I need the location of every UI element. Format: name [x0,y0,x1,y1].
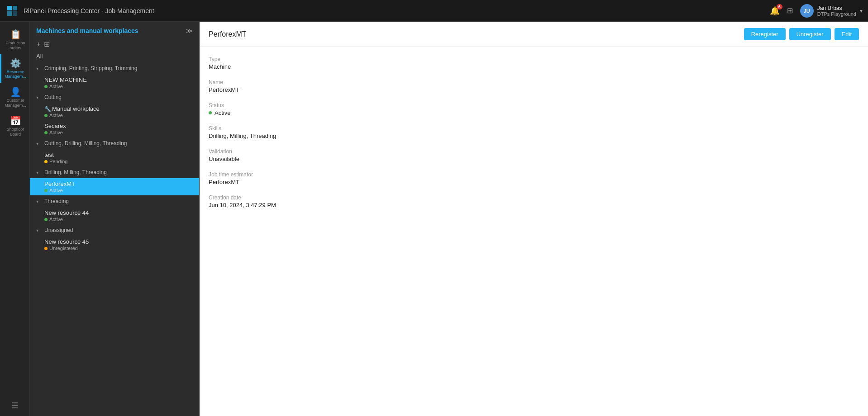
production-orders-label: Production orders [3,41,28,51]
main-layout: 📋 Production orders ⚙️ Resource Managem.… [0,22,868,416]
active-status-dot [44,131,48,134]
field-job-time-estimator: Job time estimator PerforexMT [209,171,859,185]
chevron-down-icon: ▾ [36,141,42,146]
sidebar: Machines and manual workplaces ≫ + ⊞ All… [30,22,200,416]
app-logo [5,4,19,18]
tree-item-name: New resource 45 [44,238,193,245]
chevron-down-icon: ▾ [36,228,42,233]
sidebar-item-resource-management[interactable]: ⚙️ Resource Managem... [0,54,29,83]
tree-item-name: NEW MACHINE [44,76,193,83]
sidebar-toolbar: + ⊞ [30,38,199,52]
tree-group-cutting[interactable]: ▾ Cutting [30,91,199,103]
tree-item-name: Secarex [44,123,193,129]
tree-item-name: New resource 44 [44,209,193,216]
user-org: DTPs Playground [817,11,856,17]
sidebar-all-label[interactable]: All [30,52,199,62]
tree-item-status: Active [44,217,193,222]
tree-group-label: Crimping, Printing, Stripping, Trimming [44,65,137,71]
left-nav: 📋 Production orders ⚙️ Resource Managem.… [0,22,30,416]
tree-item-name: PerforexMT [44,180,193,187]
user-info: Jan Urbas DTPs Playground [817,5,856,17]
tree-item-status: Pending [44,159,193,164]
tree-item-test[interactable]: test Pending [30,149,199,166]
sidebar-item-production-orders[interactable]: 📋 Production orders [0,25,29,54]
tree-item-name: 🔧Manual workplace [44,105,193,112]
content-actions: Reregister Unregister Edit [744,28,859,40]
content-title: PerforexMT [209,30,247,38]
tree-group-label: Unassigned [44,227,73,233]
chevron-down-icon: ▾ [36,95,42,100]
tree-group-crimping[interactable]: ▾ Crimping, Printing, Stripping, Trimmin… [30,62,199,74]
field-type: Type Machine [209,56,859,70]
field-label: Validation [209,148,859,155]
sidebar-item-customer-management[interactable]: 👤 Customer Managem... [0,83,29,112]
svg-rect-2 [7,11,12,16]
status-value: Active [215,109,230,116]
field-creation-date: Creation date Jun 10, 2024, 3:47:29 PM [209,194,859,208]
hamburger-icon[interactable]: ☰ [11,401,19,411]
tree-item-status: Unregistered [44,246,193,251]
tree-group-cutting-drilling[interactable]: ▾ Cutting, Drilling, Milling, Threading [30,137,199,149]
resource-management-label: Resource Managem... [3,70,28,80]
chevron-down-icon: ▾ [36,66,42,71]
edit-button[interactable]: Edit [835,28,859,40]
tree-item-new-resource-44[interactable]: New resource 44 Active [30,207,199,224]
svg-rect-1 [13,6,17,10]
field-value: Machine [209,63,859,70]
layout-icon[interactable]: ⊞ [787,6,793,15]
chevron-down-icon: ▾ [36,170,42,175]
app-title: RiPanel Processing Center - Job Manageme… [24,7,770,14]
tree-group-drilling-milling[interactable]: ▾ Drilling, Milling, Threading [30,166,199,178]
import-button[interactable]: ⊞ [44,40,50,48]
field-validation: Validation Unavailable [209,148,859,162]
user-name: Jan Urbas [817,5,856,11]
active-status-dot [44,218,48,221]
tree-item-manual-workplace[interactable]: 🔧Manual workplace Active [30,103,199,120]
field-label: Status [209,102,859,109]
user-menu[interactable]: JU Jan Urbas DTPs Playground ▾ [800,4,863,18]
tree-group-threading[interactable]: ▾ Threading [30,195,199,207]
field-label: Skills [209,125,859,132]
reregister-button[interactable]: Reregister [744,28,786,40]
tree-item-status: Active [44,130,193,135]
unregistered-status-dot [44,247,48,250]
topbar: RiPanel Processing Center - Job Manageme… [0,0,868,22]
tree-item-status: Active [44,84,193,89]
tree-group-label: Cutting, Drilling, Milling, Threading [44,140,127,147]
active-status-dot [44,85,48,88]
field-skills: Skills Drilling, Milling, Threading [209,125,859,139]
field-value: Unavailable [209,156,859,162]
content-area: PerforexMT Reregister Unregister Edit Ty… [200,22,868,416]
resource-management-icon: ⚙️ [10,58,21,69]
tree-group-label: Cutting [44,94,62,100]
sidebar-item-shopfloor-board[interactable]: 📅 Shopfloor Board [0,112,29,141]
tree-item-new-resource-45[interactable]: New resource 45 Unregistered [30,236,199,253]
production-orders-icon: 📋 [10,29,21,40]
sidebar-tree: ▾ Crimping, Printing, Stripping, Trimmin… [30,62,199,416]
tree-item-secarex[interactable]: Secarex Active [30,120,199,137]
field-name: Name PerforexMT [209,79,859,93]
active-status-dot [44,114,48,117]
tree-group-unassigned[interactable]: ▾ Unassigned [30,224,199,236]
workplace-icon: 🔧 [44,106,51,112]
tree-item-new-machine[interactable]: NEW MACHINE Active [30,74,199,91]
avatar: JU [800,4,814,18]
content-body: Type Machine Name PerforexMT Status Acti… [200,47,868,217]
unregister-button[interactable]: Unregister [789,28,831,40]
notification-button[interactable]: 🔔 6 [770,6,780,16]
tree-group-label: Drilling, Milling, Threading [44,169,107,175]
nav-bottom: ☰ [11,401,19,416]
shopfloor-board-label: Shopfloor Board [3,127,28,137]
field-label: Name [209,79,859,85]
sidebar-collapse-button[interactable]: ≫ [186,27,193,34]
status-indicator-dot [209,111,212,114]
status-with-dot: Active [209,109,859,116]
topbar-right: 🔔 6 ⊞ JU Jan Urbas DTPs Playground ▾ [770,4,863,18]
tree-item-perforexmt[interactable]: PerforexMT Active [30,178,199,195]
svg-rect-0 [7,6,12,10]
field-value: PerforexMT [209,86,859,93]
field-label: Creation date [209,194,859,201]
field-value: Jun 10, 2024, 3:47:29 PM [209,202,859,208]
add-resource-button[interactable]: + [36,40,40,48]
tree-item-status: Active [44,113,193,118]
